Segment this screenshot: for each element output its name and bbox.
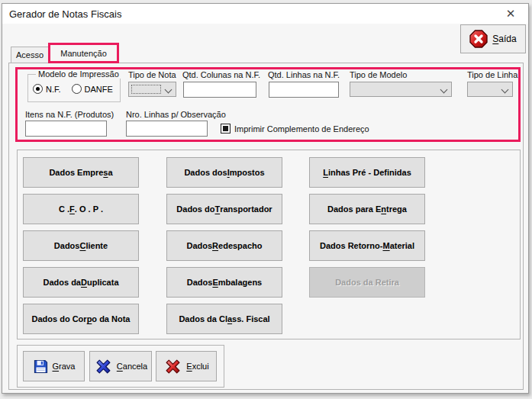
- tipo-de-linha-label: Tipo de Linha: [467, 70, 517, 79]
- modelo-impressao-group: Modelo de Impressão N.F. DANFE: [27, 74, 121, 102]
- close-icon: ✕: [506, 7, 516, 21]
- blue-x-icon: [94, 357, 113, 376]
- cfop-button[interactable]: C . F . O . P .: [23, 194, 139, 224]
- dados-duplicata-button[interactable]: Dados da Duplicata: [23, 267, 139, 298]
- itens-nf-input[interactable]: [25, 121, 107, 137]
- floppy-disk-icon: [33, 359, 49, 375]
- grava-button[interactable]: Grava: [23, 351, 85, 381]
- window-close-button[interactable]: ✕: [495, 5, 527, 23]
- dados-retira-button: Dados da Retira: [309, 267, 425, 298]
- dados-impostos-button[interactable]: Dados dos Impostos: [166, 157, 282, 188]
- qtd-colunas-label: Qtd. Colunas na N.F.: [182, 70, 260, 79]
- radio-nf-label: N.F.: [46, 85, 61, 94]
- dados-entrega-button[interactable]: Dados para Entrega: [309, 194, 425, 224]
- screen: Gerador de Notas Fiscais ✕ Saída Acesso …: [0, 0, 532, 399]
- tab-acesso-label: Acesso: [16, 50, 44, 60]
- tipo-de-modelo-combobox[interactable]: [350, 82, 452, 97]
- cancela-button[interactable]: Cancela: [89, 351, 152, 381]
- chevron-down-icon: [441, 87, 447, 93]
- radio-danfe[interactable]: DANFE: [72, 84, 113, 94]
- dados-empresa-button[interactable]: Dados Empresa: [23, 157, 139, 188]
- radio-danfe-circle: [72, 84, 82, 94]
- exclui-button[interactable]: Exclui: [156, 351, 217, 381]
- dados-transportador-button[interactable]: Dados do Transportador: [166, 194, 282, 224]
- dados-class-fiscal-button[interactable]: Dados da Class. Fiscal: [166, 304, 282, 334]
- tab-manutencao[interactable]: Manutenção: [48, 43, 119, 63]
- tab-manutencao-label: Manutenção: [60, 49, 107, 58]
- imprimir-complemento-label: Imprimir Complemento de Endereço: [234, 124, 369, 134]
- dados-corpo-nota-button[interactable]: Dados do Corpo da Nota: [23, 304, 139, 334]
- checkbox-fill: [223, 126, 228, 131]
- tipo-de-modelo-label: Tipo de Modelo: [350, 70, 407, 79]
- exit-button-label: Saída: [492, 34, 516, 44]
- exit-button[interactable]: Saída: [460, 24, 526, 53]
- dados-cliente-button[interactable]: Dados Cliente: [23, 230, 139, 261]
- checkbox-box: [221, 124, 231, 134]
- tipo-de-linha-combobox[interactable]: [467, 82, 513, 97]
- itens-nf-label: Itens na N.F. (Produtos): [25, 110, 114, 119]
- linhas-pre-definidas-button[interactable]: Linhas Pré - Definidas: [309, 157, 425, 188]
- imprimir-complemento-checkbox[interactable]: Imprimir Complemento de Endereço: [221, 124, 369, 134]
- modelo-impressao-legend: Modelo de Impressão: [36, 69, 121, 79]
- tab-acesso[interactable]: Acesso: [11, 47, 49, 63]
- dados-embalagens-button[interactable]: Dados Embalagens: [166, 267, 282, 298]
- red-x-icon: [163, 357, 182, 376]
- window-title: Gerador de Notas Fiscais: [9, 8, 121, 20]
- exclui-button-label: Exclui: [186, 362, 208, 371]
- qtd-linhas-label: Qtd. Linhas na N.F.: [268, 70, 340, 79]
- dados-retorno-material-button[interactable]: Dados Retorno-Material: [309, 230, 425, 261]
- qtd-linhas-input[interactable]: [269, 82, 339, 98]
- radio-nf[interactable]: N.F.: [33, 84, 61, 94]
- focus-rectangle: [131, 85, 161, 94]
- dados-redespacho-button[interactable]: Dados Redespacho: [166, 230, 282, 261]
- tipo-de-nota-combobox[interactable]: [128, 82, 176, 97]
- qtd-colunas-input[interactable]: [183, 82, 256, 98]
- cancela-button-label: Cancela: [117, 362, 147, 371]
- grava-button-label: Grava: [53, 362, 76, 371]
- chevron-down-icon: [502, 87, 508, 93]
- radio-nf-circle: [33, 84, 43, 94]
- tipo-de-nota-label: Tipo de Nota: [128, 70, 176, 79]
- nro-linhas-obs-input[interactable]: [126, 121, 208, 137]
- stop-x-icon: [469, 30, 488, 48]
- nro-linhas-obs-label: Nro. Linhas p/ Observação: [126, 110, 226, 119]
- radio-danfe-label: DANFE: [85, 85, 113, 94]
- chevron-down-icon: [166, 87, 172, 93]
